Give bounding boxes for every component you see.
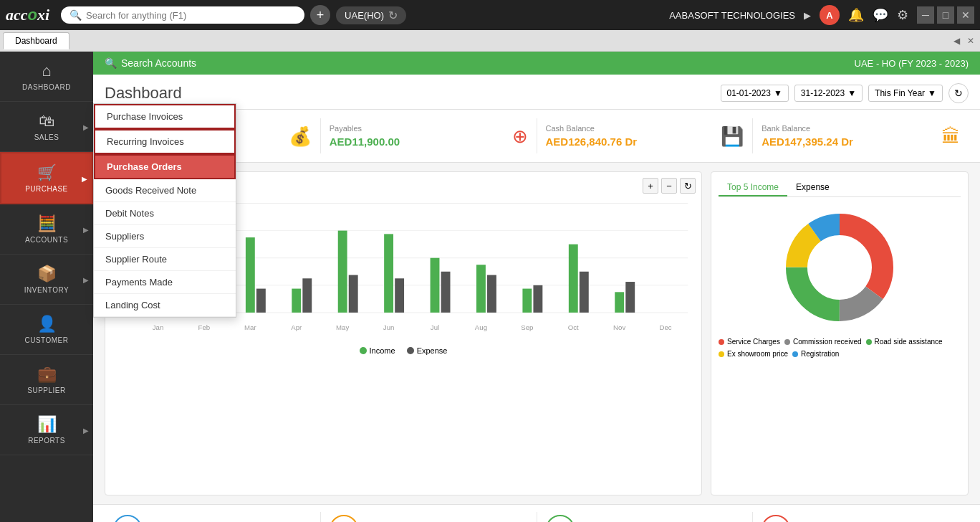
bottom-row: ◈ AED633,341.76 Sales ◈ AED392,000.00 Pu… [93, 504, 980, 522]
svg-text:Nov: Nov [613, 324, 626, 331]
top-right: AABASOFT TECHNOLOGIES ▶ A 🔔 💬 ⚙ ─ □ ✕ [669, 5, 974, 25]
menu-item-debit-notes[interactable]: Debit Notes [94, 202, 236, 225]
road-side-dot [866, 339, 872, 345]
sidebar-wrapper: ⌂ DASHBOARD 🛍 SALES ▶ 🛒 PURCHASE ▶ 🧮 ACC… [0, 52, 93, 522]
tab-controls: ◀ ✕ [951, 34, 977, 47]
reports-arrow-icon: ▶ [83, 426, 89, 434]
donut-chart-svg [775, 203, 904, 332]
tab-prev-button[interactable]: ◀ [951, 34, 963, 47]
svg-text:Feb: Feb [198, 324, 211, 331]
close-button[interactable]: ✕ [957, 6, 974, 24]
svg-rect-19 [349, 275, 358, 313]
inventory-arrow-icon: ▶ [83, 275, 89, 283]
bank-balance-icon: 🏛 [941, 125, 960, 147]
svg-rect-16 [292, 289, 301, 313]
date-to-arrow: ▼ [847, 88, 856, 98]
donut-legend: Service Charges Commission received Road… [719, 338, 961, 358]
cash-balance-label: Cash Balance [546, 124, 744, 133]
sidebar-item-purchase[interactable]: 🛒 PURCHASE ▶ [0, 152, 93, 204]
menu-item-suppliers[interactable]: Suppliers [94, 225, 236, 248]
expense-bottom-icon: ◉ [762, 515, 790, 522]
cash-balance-amount: AED126,840.76 Dr [546, 136, 744, 148]
search-accounts[interactable]: 🔍 Search Accounts [105, 57, 196, 69]
sidebar-item-dashboard[interactable]: ⌂ DASHBOARD [0, 52, 93, 102]
payables-card: Payables AED11,900.00 ⊕ [321, 118, 537, 153]
purchase-icon: 🛒 [37, 163, 57, 182]
menu-item-payments-made[interactable]: Payments Made [94, 271, 236, 294]
menu-item-landing-cost[interactable]: Landing Cost [94, 294, 236, 317]
search-input[interactable] [86, 10, 296, 21]
date-to-input[interactable]: 31-12-2023 ▼ [794, 85, 863, 102]
sidebar-item-inventory[interactable]: 📦 INVENTORY ▶ [0, 255, 93, 305]
page-title: Dashboard [105, 84, 182, 103]
svg-rect-27 [533, 285, 542, 313]
tab-bar: Dashboard ◀ ✕ [0, 30, 980, 52]
purchase-dropdown: Purchase Invoices Recurring Invoices Pur… [93, 103, 236, 318]
company-refresh-button[interactable]: ↻ [388, 9, 398, 22]
income-bottom-icon: ◉ [546, 515, 575, 522]
tab-expense[interactable]: Expense [787, 179, 838, 196]
payables-icon: ⊕ [512, 125, 528, 147]
add-button[interactable]: + [310, 5, 330, 25]
sidebar-item-supplier[interactable]: 💼 SUPPLIER [0, 355, 93, 405]
fy-label: UAE - HO (FY 2023 - 2023) [855, 58, 969, 69]
bank-balance-card: Bank Balance AED147,395.24 Dr 🏛 [753, 118, 969, 153]
service-charges-dot [719, 339, 724, 345]
search-box[interactable]: 🔍 [61, 6, 304, 24]
sidebar-item-sales[interactable]: 🛍 SALES ▶ [0, 102, 93, 152]
sidebar-item-accounts[interactable]: 🧮 ACCOUNTS ▶ [0, 204, 93, 255]
menu-item-recurring-invoices[interactable]: Recurring Invoices [94, 129, 236, 154]
income-amount: AED634,141.76 [583, 519, 660, 523]
purchase-bottom-info: AED392,000.00 Purchase [367, 519, 443, 523]
chart-minus-button[interactable]: − [661, 178, 677, 194]
legend-ex-showroom: Ex showroom price [719, 350, 788, 358]
dashboard-tab[interactable]: Dashboard [3, 32, 69, 49]
legend-service-charges: Service Charges [719, 338, 780, 346]
sidebar-item-customer[interactable]: 👤 CUSTOMER [0, 305, 93, 355]
refresh-button[interactable]: ↻ [948, 83, 969, 103]
income-bottom-info: AED634,141.76 Income [583, 519, 660, 523]
maximize-button[interactable]: □ [937, 6, 954, 24]
chart-refresh-button[interactable]: ↻ [680, 178, 696, 194]
accounts-icon: 🧮 [37, 214, 57, 233]
legend-road-side: Road side assistance [866, 338, 943, 346]
date-from-input[interactable]: 01-01-2023 ▼ [721, 85, 789, 102]
bank-balance-amount: AED147,395.24 Dr [762, 136, 960, 148]
legend-registration: Registration [792, 350, 839, 358]
menu-item-goods-received[interactable]: Goods Received Note [94, 179, 236, 202]
menu-item-supplier-route[interactable]: Supplier Route [94, 248, 236, 271]
donut-tabs: Top 5 Income Expense [719, 179, 961, 197]
tab-next-button[interactable]: ✕ [964, 34, 977, 47]
fin-year-select[interactable]: This Fin Year ▼ [868, 85, 943, 102]
search-accounts-icon: 🔍 [105, 57, 117, 69]
income-dot [360, 347, 367, 354]
purchase-amount: AED392,000.00 [367, 519, 443, 523]
cash-balance-card: Cash Balance AED126,840.76 Dr 💾 [537, 118, 754, 153]
svg-text:Jul: Jul [431, 324, 439, 331]
minimize-button[interactable]: ─ [917, 6, 934, 24]
menu-item-purchase-orders[interactable]: Purchase Orders [94, 154, 236, 179]
tab-top5-income[interactable]: Top 5 Income [719, 179, 787, 196]
sales-amount: AED633,341.76 [150, 519, 227, 523]
svg-text:Apr: Apr [291, 324, 302, 331]
svg-text:Oct: Oct [568, 324, 580, 331]
sidebar-item-reports[interactable]: 📊 REPORTS ▶ [0, 405, 93, 455]
company-name: AABASOFT TECHNOLOGIES [669, 10, 795, 21]
donut-container: Top 5 Income Expense [711, 171, 969, 495]
svg-rect-14 [246, 237, 255, 313]
svg-point-49 [808, 236, 871, 299]
chart-add-button[interactable]: + [643, 178, 658, 194]
date-from-arrow: ▼ [774, 88, 782, 98]
main-layout: ⌂ DASHBOARD 🛍 SALES ▶ 🛒 PURCHASE ▶ 🧮 ACC… [0, 52, 980, 522]
inventory-icon: 📦 [37, 265, 57, 283]
svg-text:Aug: Aug [475, 324, 487, 331]
bell-icon[interactable]: 🔔 [848, 7, 864, 23]
gear-icon[interactable]: ⚙ [897, 7, 908, 23]
company-selector[interactable]: UAE(HO) ↻ [336, 6, 406, 24]
income-bottom-card: ◉ AED634,141.76 Income [537, 512, 754, 522]
svg-text:Jan: Jan [153, 324, 164, 331]
menu-item-purchase-invoices[interactable]: Purchase Invoices [94, 104, 236, 129]
payables-amount: AED11,900.00 [330, 136, 528, 148]
chat-icon[interactable]: 💬 [873, 7, 888, 23]
sales-bottom-icon: ◈ [113, 515, 142, 522]
